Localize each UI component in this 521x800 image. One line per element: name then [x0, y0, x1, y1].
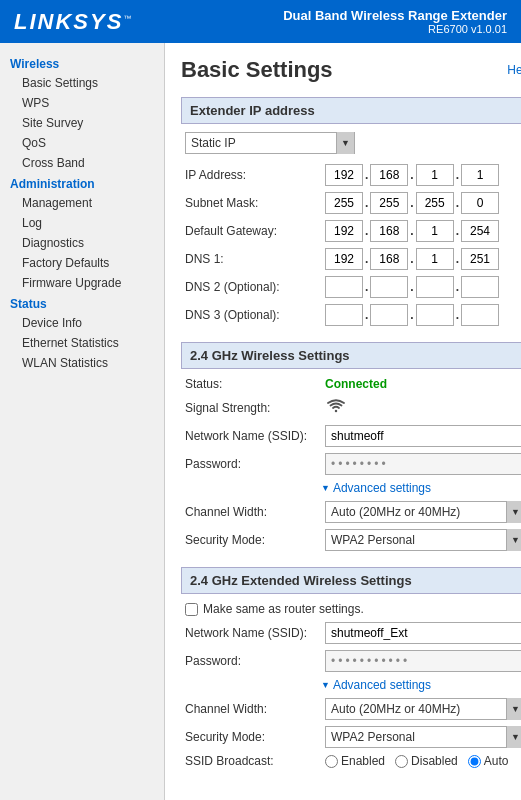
wireless-24-section-header: 2.4 GHz Wireless Settings: [181, 342, 521, 369]
ip-octet-3[interactable]: [416, 164, 454, 186]
ssid-broadcast-disabled-radio[interactable]: [395, 755, 408, 768]
sidebar-item-basic-settings[interactable]: Basic Settings: [0, 73, 164, 93]
ssid-broadcast-auto-radio[interactable]: [468, 755, 481, 768]
extended-security-mode-arrow[interactable]: ▼: [506, 726, 521, 748]
extended-channel-width-row: Channel Width: Auto (20MHz or 40MHz) ▼: [181, 698, 521, 720]
ssid-broadcast-enabled-option[interactable]: Enabled: [325, 754, 385, 768]
ssid-broadcast-options: Enabled Disabled Auto: [325, 754, 508, 768]
dns2-octet-4[interactable]: [461, 276, 499, 298]
extended-channel-width-value: Auto (20MHz or 40MHz): [326, 700, 506, 718]
sidebar-item-wps[interactable]: WPS: [0, 93, 164, 113]
sidebar-item-cross-band[interactable]: Cross Band: [0, 153, 164, 173]
product-model: RE6700 v1.0.01: [283, 23, 507, 35]
dns2-octet-3[interactable]: [416, 276, 454, 298]
security-mode-dropdown[interactable]: WPA2 Personal ▼: [325, 529, 521, 551]
extended-channel-width-arrow[interactable]: ▼: [506, 698, 521, 720]
extended-advanced-label: Advanced settings: [333, 678, 431, 692]
dns3-octet-4[interactable]: [461, 304, 499, 326]
extended-security-mode-dropdown[interactable]: WPA2 Personal ▼: [325, 726, 521, 748]
product-title: Dual Band Wireless Range Extender: [283, 8, 507, 23]
channel-width-dropdown[interactable]: Auto (20MHz or 40MHz) ▼: [325, 501, 521, 523]
ssid-broadcast-disabled-label: Disabled: [411, 754, 458, 768]
page-title: Basic Settings: [181, 57, 333, 83]
ip-address-row: IP Address: . . .: [181, 164, 521, 186]
ssid-broadcast-label: SSID Broadcast:: [185, 754, 325, 768]
ssid-broadcast-disabled-option[interactable]: Disabled: [395, 754, 458, 768]
header-info: Dual Band Wireless Range Extender RE6700…: [283, 8, 507, 35]
dns1-octet-4[interactable]: [461, 248, 499, 270]
dns3-label: DNS 3 (Optional):: [185, 308, 325, 322]
dns1-row: DNS 1: . . .: [181, 248, 521, 270]
dns2-octet-1[interactable]: [325, 276, 363, 298]
dns2-label: DNS 2 (Optional):: [185, 280, 325, 294]
extended-channel-width-label: Channel Width:: [185, 702, 325, 716]
sidebar-section-wireless: Wireless: [0, 53, 164, 73]
sidebar-item-device-info[interactable]: Device Info: [0, 313, 164, 333]
subnet-octet-4[interactable]: [461, 192, 499, 214]
wireless-status-value: Connected: [325, 377, 387, 391]
sidebar-section-status: Status: [0, 293, 164, 313]
dns1-octet-2[interactable]: [370, 248, 408, 270]
security-mode-value: WPA2 Personal: [326, 531, 506, 549]
wireless-ssid-input[interactable]: [325, 425, 521, 447]
dns3-octet-3[interactable]: [416, 304, 454, 326]
ip-type-dropdown[interactable]: Static IP ▼: [185, 132, 355, 154]
extended-advanced-toggle[interactable]: ▼ Advanced settings: [321, 678, 521, 692]
dns3-octet-2[interactable]: [370, 304, 408, 326]
gateway-octet-3[interactable]: [416, 220, 454, 242]
ip-octet-2[interactable]: [370, 164, 408, 186]
gateway-octet-2[interactable]: [370, 220, 408, 242]
ip-type-dropdown-arrow[interactable]: ▼: [336, 132, 354, 154]
extended-24-section-header: 2.4 GHz Extended Wireless Settings: [181, 567, 521, 594]
ssid-broadcast-auto-label: Auto: [484, 754, 509, 768]
make-same-checkbox[interactable]: [185, 603, 198, 616]
help-link[interactable]: Help: [507, 63, 521, 77]
sidebar-item-log[interactable]: Log: [0, 213, 164, 233]
extended-ssid-input[interactable]: [325, 622, 521, 644]
main-content: Basic Settings Help Extender IP address …: [165, 43, 521, 800]
ip-octet-1[interactable]: [325, 164, 363, 186]
ip-address-group: . . .: [325, 164, 499, 186]
subnet-octet-1[interactable]: [325, 192, 363, 214]
sidebar-item-wlan-statistics[interactable]: WLAN Statistics: [0, 353, 164, 373]
sidebar: Wireless Basic Settings WPS Site Survey …: [0, 43, 165, 800]
make-same-label: Make same as router settings.: [203, 602, 364, 616]
extended-ssid-row: Network Name (SSID):: [181, 622, 521, 644]
ip-octet-4[interactable]: [461, 164, 499, 186]
dns1-octet-1[interactable]: [325, 248, 363, 270]
wireless-password-label: Password:: [185, 457, 325, 471]
dns3-group: . . .: [325, 304, 499, 326]
subnet-octet-2[interactable]: [370, 192, 408, 214]
dns3-octet-1[interactable]: [325, 304, 363, 326]
extended-password-input[interactable]: [325, 650, 521, 672]
extended-channel-width-dropdown[interactable]: Auto (20MHz or 40MHz) ▼: [325, 698, 521, 720]
logo: LINKSYS™: [14, 9, 133, 35]
dns1-group: . . .: [325, 248, 499, 270]
ssid-broadcast-enabled-radio[interactable]: [325, 755, 338, 768]
wifi-signal-icon: [325, 397, 347, 419]
wireless-advanced-toggle[interactable]: ▼ Advanced settings: [321, 481, 521, 495]
wireless-password-input[interactable]: [325, 453, 521, 475]
dns1-octet-3[interactable]: [416, 248, 454, 270]
channel-width-arrow[interactable]: ▼: [506, 501, 521, 523]
gateway-octet-1[interactable]: [325, 220, 363, 242]
sidebar-item-management[interactable]: Management: [0, 193, 164, 213]
sidebar-item-firmware-upgrade[interactable]: Firmware Upgrade: [0, 273, 164, 293]
wireless-advanced-label: Advanced settings: [333, 481, 431, 495]
channel-width-label: Channel Width:: [185, 505, 325, 519]
gateway-octet-4[interactable]: [461, 220, 499, 242]
sidebar-item-factory-defaults[interactable]: Factory Defaults: [0, 253, 164, 273]
default-gateway-row: Default Gateway: . . .: [181, 220, 521, 242]
sidebar-item-site-survey[interactable]: Site Survey: [0, 113, 164, 133]
sidebar-item-diagnostics[interactable]: Diagnostics: [0, 233, 164, 253]
sidebar-item-qos[interactable]: QoS: [0, 133, 164, 153]
channel-width-value: Auto (20MHz or 40MHz): [326, 503, 506, 521]
ssid-broadcast-auto-option[interactable]: Auto: [468, 754, 509, 768]
security-mode-arrow[interactable]: ▼: [506, 529, 521, 551]
dns2-octet-2[interactable]: [370, 276, 408, 298]
security-mode-row: Security Mode: WPA2 Personal ▼: [181, 529, 521, 551]
ip-type-value: Static IP: [186, 134, 336, 152]
wireless-ssid-row: Network Name (SSID):: [181, 425, 521, 447]
subnet-octet-3[interactable]: [416, 192, 454, 214]
sidebar-item-ethernet-statistics[interactable]: Ethernet Statistics: [0, 333, 164, 353]
